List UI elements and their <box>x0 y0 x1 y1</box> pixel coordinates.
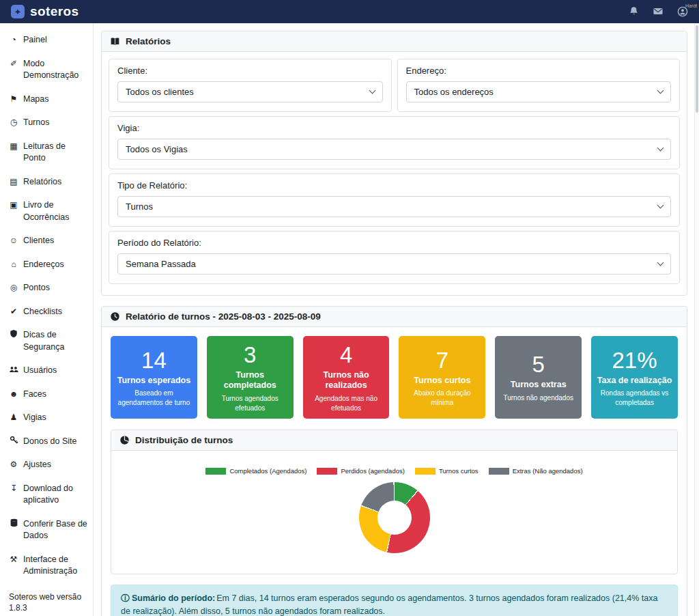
sidebar-item-relatorios[interactable]: ▤Relatórios <box>9 176 87 188</box>
user-circle-icon[interactable]: Hardt <box>677 6 688 17</box>
client-filter-label: Cliente: <box>117 66 383 76</box>
stat-expected-shifts: 14 Turnos esperados Baseado em agendamen… <box>111 336 197 419</box>
brand-text: soteros <box>30 4 79 19</box>
stat-completed-shifts: 3 Turnos completados Turnos agendados ef… <box>207 336 294 419</box>
address-filter-group: Endereço: Todos os endereços <box>397 59 681 112</box>
chevron-down-icon <box>657 87 664 94</box>
stat-short-shifts: 7 Turnos curtos Abaixo da duração mínima <box>399 336 485 419</box>
legend-swatch-gray <box>489 468 509 475</box>
toolbox-icon: ⚒ <box>9 554 18 565</box>
reports-panel-title: Relatórios <box>126 36 171 46</box>
vertical-scrollbar <box>694 23 699 616</box>
sidebar-item-ajustes[interactable]: ⚙Ajustes <box>9 459 87 471</box>
crosshair-icon: ◎ <box>9 282 18 294</box>
report-period-select[interactable]: Semana Passada <box>117 253 671 275</box>
sidebar-item-livro-de-ocorrencias[interactable]: ▣Livro de Ocorrências <box>9 199 87 223</box>
bell-icon[interactable] <box>629 6 639 16</box>
sidebar-item-pontos[interactable]: ◎Pontos <box>9 282 87 294</box>
client-select[interactable]: Todos os clientes <box>117 81 383 102</box>
mail-icon[interactable] <box>653 6 664 16</box>
book-icon: ▣ <box>9 199 18 211</box>
gauge-icon: ◔ <box>9 34 18 46</box>
smile-icon: ☺ <box>9 235 18 247</box>
donut-legend: Completados (Agendados) Perdidos (agenda… <box>118 467 670 475</box>
sidebar-item-dicas-de-seguranca[interactable]: Dicas de Segurança <box>9 329 87 353</box>
magic-wand-icon: ✐ <box>9 58 18 70</box>
summary-label: Sumário do período: <box>132 593 215 603</box>
report-type-filter-group: Tipo de Relatório: Turnos <box>109 173 680 227</box>
address-select[interactable]: Todos os endereços <box>406 81 672 102</box>
guard-icon: ♟ <box>9 412 18 423</box>
stat-cards-row: 14 Turnos esperados Baseado em agendamen… <box>109 334 680 421</box>
pie-chart-icon <box>119 435 130 445</box>
reports-card-header: Relatórios <box>102 31 687 52</box>
book-open-icon <box>110 37 120 46</box>
legend-item-completed: Completados (Agendados) <box>205 467 306 475</box>
clock-icon <box>110 311 120 322</box>
sidebar: ◔Painel ✐Modo Demonstração ⚑Mapas ◷Turno… <box>0 23 94 616</box>
stat-missed-shifts: 4 Turnos não realizados Agendados mas nã… <box>303 336 390 419</box>
stat-extra-shifts: 5 Turnos extras Turnos não agendados <box>495 336 582 419</box>
book-open-icon: ▤ <box>9 176 18 188</box>
sidebar-item-clientes[interactable]: ☺Clientes <box>9 235 87 247</box>
users-icon <box>9 365 18 376</box>
sidebar-item-enderecos[interactable]: ⌂Endereços <box>9 259 87 271</box>
legend-swatch-red <box>317 468 337 475</box>
stat-completion-rate: 21% Taxa de realização Rondas agendadas … <box>591 336 678 419</box>
shift-report-card: Relatório de turnos - 2025-08-03 - 2025-… <box>101 306 687 616</box>
sidebar-item-donos-do-site[interactable]: Donos do Site <box>9 436 87 448</box>
shift-distribution-card: Distribuição de turnos Completados (Agen… <box>111 430 678 574</box>
key-icon <box>9 436 18 447</box>
legend-swatch-green <box>205 468 226 475</box>
sidebar-item-vigias[interactable]: ♟Vigias <box>9 412 87 424</box>
sidebar-item-interface-administracao[interactable]: ⚒Interface de Administração <box>9 554 87 578</box>
building-icon: ⌂ <box>9 259 18 270</box>
guard-select[interactable]: Todos os Vigias <box>117 139 671 160</box>
clock-icon: ◷ <box>9 117 18 128</box>
sidebar-item-painel[interactable]: ◔Painel <box>9 34 87 46</box>
period-summary-alert: ⓘ Sumário do período:Em 7 dias, 14 turno… <box>111 585 678 616</box>
download-icon: ↧ <box>9 483 18 494</box>
top-navbar: ✦ soteros Hardt <box>0 0 699 23</box>
check-icon: ✔ <box>9 306 18 318</box>
settings-icon: ⚙ <box>9 459 18 471</box>
shift-distribution-donut-chart <box>359 482 430 553</box>
sidebar-item-faces[interactable]: ☻Faces <box>9 389 87 401</box>
sidebar-item-conferir-base-de-dados[interactable]: Conferir Base de Dados <box>9 518 87 542</box>
sidebar-item-download-aplicativo[interactable]: ↧Download do aplicativo <box>9 483 87 507</box>
shift-distribution-header: Distribuição de turnos <box>111 430 677 451</box>
sidebar-item-modo-demonstracao[interactable]: ✐Modo Demonstração <box>9 58 87 82</box>
chevron-down-icon <box>369 87 375 94</box>
sidebar-item-turnos[interactable]: ◷Turnos <box>9 117 87 129</box>
shift-distribution-title: Distribuição de turnos <box>135 435 233 445</box>
brand[interactable]: ✦ soteros <box>11 4 79 19</box>
soteros-logo-icon: ✦ <box>11 5 25 18</box>
shield-icon <box>9 329 18 341</box>
info-icon: ⓘ <box>121 593 130 603</box>
legend-item-extra: Extras (Não agendados) <box>489 467 583 475</box>
scrollbar-thumb[interactable] <box>696 25 698 113</box>
legend-item-short: Turnos curtos <box>415 467 479 475</box>
report-type-select[interactable]: Turnos <box>117 196 671 217</box>
guard-filter-label: Vigia: <box>117 123 671 133</box>
shift-report-header: Relatório de turnos - 2025-08-03 - 2025-… <box>102 307 687 327</box>
chevron-down-icon <box>657 202 664 209</box>
reports-filter-card: Relatórios Cliente: Todos os clientes En… <box>101 31 687 296</box>
legend-swatch-yellow <box>415 468 436 475</box>
sidebar-item-mapas[interactable]: ⚑Mapas <box>9 94 87 106</box>
user-name-label: Hardt <box>685 3 697 8</box>
grin-icon: ☻ <box>9 389 18 400</box>
chevron-down-icon <box>657 260 664 266</box>
map-icon: ⚑ <box>9 94 18 105</box>
report-period-filter-group: Período do Relatório: Semana Passada <box>109 231 680 284</box>
address-filter-label: Endereço: <box>406 66 672 76</box>
sidebar-item-leituras-de-ponto[interactable]: ▦Leituras de Ponto <box>9 141 87 165</box>
main-content: Relatórios Cliente: Todos os clientes En… <box>94 23 699 616</box>
report-period-filter-label: Período do Relatório: <box>117 238 671 248</box>
sidebar-item-usuarios[interactable]: Usuários <box>9 365 87 377</box>
report-type-filter-label: Tipo de Relatório: <box>117 180 671 191</box>
sidebar-item-checklists[interactable]: ✔Checklists <box>9 306 87 318</box>
qrcode-icon: ▦ <box>9 141 18 152</box>
guard-filter-group: Vigia: Todos os Vigias <box>109 116 680 169</box>
chevron-down-icon <box>657 145 664 152</box>
